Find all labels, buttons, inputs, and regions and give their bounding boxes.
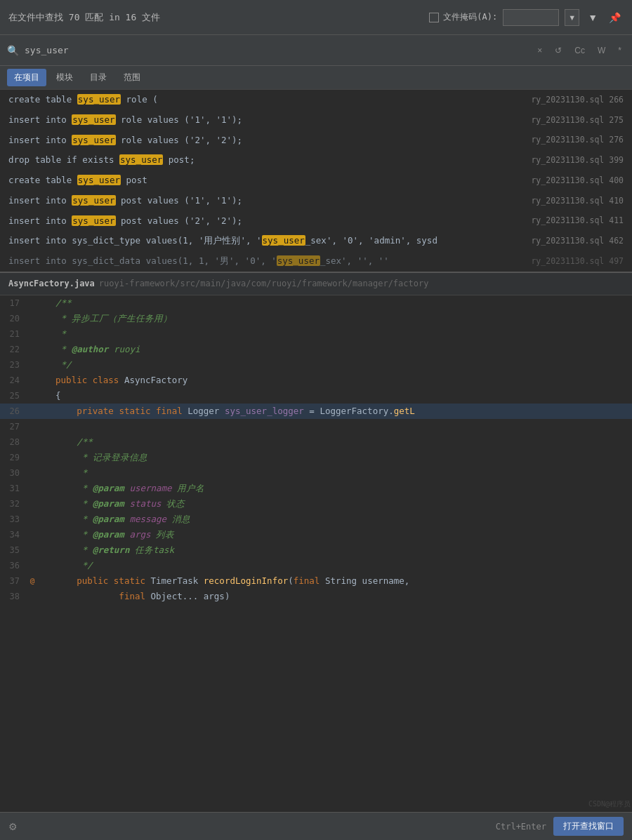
code-line: 33 * @param message 消息 bbox=[0, 512, 632, 527]
line-number: 32 bbox=[0, 496, 27, 512]
code-line: 29 * 记录登录信息 bbox=[0, 450, 632, 465]
line-content: * 记录登录信息 bbox=[38, 450, 632, 465]
file-mask-dropdown[interactable]: ▼ bbox=[565, 9, 579, 26]
result-file-info: ry_20231130.sql 497 bbox=[531, 255, 624, 267]
header-title: 在文件中查找 70 匹配 in 16 文件 bbox=[8, 11, 429, 24]
code-line: 17 /** bbox=[0, 295, 632, 311]
line-content: { bbox=[38, 388, 632, 404]
code-filepath: ruoyi-framework/src/main/java/com/ruoyi/… bbox=[99, 279, 429, 288]
scope-tab-在项目[interactable]: 在项目 bbox=[7, 69, 46, 86]
code-line: 35 * @return 任务task bbox=[0, 542, 632, 558]
pin-icon[interactable]: 📌 bbox=[606, 11, 624, 25]
result-file-info: ry_20231130.sql 411 bbox=[531, 215, 624, 227]
search-bar: 🔍 × ↺ Cc W * bbox=[0, 35, 632, 66]
scope-tab-模块[interactable]: 模块 bbox=[49, 69, 80, 86]
line-content: * @param message 消息 bbox=[38, 512, 632, 527]
result-row[interactable]: insert into sys_dict_type values(1, '用户性… bbox=[0, 231, 632, 251]
line-number: 33 bbox=[0, 512, 27, 527]
watermark: CSDN@程序员 bbox=[588, 799, 631, 809]
line-content: */ bbox=[38, 357, 632, 373]
result-row[interactable]: drop table if exists sys_user post;ry_20… bbox=[0, 150, 632, 171]
line-content: public static TimerTask recordLoginInfor… bbox=[38, 573, 632, 589]
code-area: 17 /**20 * 异步工厂（产生任务用）21 *22 * @author r… bbox=[0, 295, 632, 604]
line-content: * bbox=[38, 465, 632, 481]
result-file-info: ry_20231130.sql 400 bbox=[531, 175, 624, 187]
line-content: * @author ruoyi bbox=[38, 342, 632, 357]
case-sensitive-button[interactable]: Cc bbox=[571, 44, 588, 57]
line-marker: @ bbox=[27, 573, 38, 589]
line-number: 29 bbox=[0, 450, 27, 465]
code-line: 31 * @param username 用户名 bbox=[0, 481, 632, 496]
result-file-info: ry_20231130.sql 276 bbox=[531, 134, 624, 146]
file-mask-label: 文件掩码(A): bbox=[443, 11, 497, 23]
line-content: * @param args 列表 bbox=[38, 527, 632, 542]
line-number: 25 bbox=[0, 388, 27, 404]
line-number: 30 bbox=[0, 465, 27, 481]
line-number: 23 bbox=[0, 357, 27, 373]
code-line: 36 */ bbox=[0, 558, 632, 573]
line-number: 27 bbox=[0, 419, 27, 434]
result-file-info: ry_20231130.sql 275 bbox=[531, 114, 624, 126]
regex-button[interactable]: * bbox=[614, 44, 625, 57]
file-mask-input[interactable] bbox=[503, 9, 559, 26]
line-number: 24 bbox=[0, 373, 27, 388]
refresh-search-button[interactable]: ↺ bbox=[551, 44, 565, 57]
file-mask-checkbox[interactable] bbox=[429, 13, 439, 22]
settings-icon[interactable]: ⚙ bbox=[8, 821, 18, 832]
code-line: 22 * @author ruoyi bbox=[0, 342, 632, 357]
result-file-info: ry_20231130.sql 462 bbox=[531, 235, 624, 247]
file-header: AsyncFactory.java ruoyi-framework/src/ma… bbox=[0, 273, 632, 295]
code-line: 34 * @param args 列表 bbox=[0, 527, 632, 542]
line-number: 22 bbox=[0, 342, 27, 357]
open-find-window-button[interactable]: 打开查找窗口 bbox=[553, 817, 624, 836]
file-mask-area: 文件掩码(A): bbox=[429, 11, 497, 23]
whole-word-button[interactable]: W bbox=[594, 44, 609, 57]
code-line: 20 * 异步工厂（产生任务用） bbox=[0, 311, 632, 326]
line-number: 20 bbox=[0, 311, 27, 326]
code-line: 25 { bbox=[0, 388, 632, 404]
result-row[interactable]: insert into sys_user role values ('2', '… bbox=[0, 131, 632, 151]
code-line: 38 final Object... args) bbox=[0, 589, 632, 604]
search-input[interactable] bbox=[25, 45, 528, 55]
scope-tab-范围[interactable]: 范围 bbox=[117, 69, 147, 86]
code-line: 27 bbox=[0, 419, 632, 434]
header-controls: 文件掩码(A): ▼ ▼ 📌 bbox=[429, 9, 624, 26]
line-number: 34 bbox=[0, 527, 27, 542]
line-number: 36 bbox=[0, 558, 27, 573]
line-content: private static final Logger sys_user_log… bbox=[38, 404, 632, 419]
result-row[interactable]: create table sys_user postry_20231130.sq… bbox=[0, 171, 632, 191]
code-line: 37@ public static TimerTask recordLoginI… bbox=[0, 573, 632, 589]
shortcut-label: Ctrl+Enter bbox=[496, 822, 546, 832]
line-number: 28 bbox=[0, 434, 27, 450]
line-content: public class AsyncFactory bbox=[38, 373, 632, 388]
result-file-info: ry_20231130.sql 266 bbox=[531, 94, 624, 106]
filter-icon[interactable]: ▼ bbox=[585, 11, 600, 25]
line-number: 21 bbox=[0, 326, 27, 342]
results-list[interactable]: create table sys_user role (ry_20231130.… bbox=[0, 90, 632, 273]
line-content: * @return 任务task bbox=[38, 542, 632, 558]
result-row[interactable]: insert into sys_user post values ('1', '… bbox=[0, 191, 632, 211]
line-content: /** bbox=[38, 295, 632, 311]
result-file-info: ry_20231130.sql 410 bbox=[531, 195, 624, 207]
result-row[interactable]: insert into sys_user role values ('1', '… bbox=[0, 110, 632, 131]
scope-tab-目录[interactable]: 目录 bbox=[83, 69, 114, 86]
scope-tabs: 在项目模块目录范围 bbox=[0, 66, 632, 90]
line-content: /** bbox=[38, 434, 632, 450]
code-line: 32 * @param status 状态 bbox=[0, 496, 632, 512]
result-row[interactable]: insert into sys_dict_data values(1, 1, '… bbox=[0, 251, 632, 272]
line-content: final Object... args) bbox=[38, 589, 632, 604]
clear-search-button[interactable]: × bbox=[534, 44, 546, 57]
line-content: * @param status 状态 bbox=[38, 496, 632, 512]
line-number: 31 bbox=[0, 481, 27, 496]
result-row[interactable]: create table sys_user role (ry_20231130.… bbox=[0, 90, 632, 110]
code-line: 24 public class AsyncFactory bbox=[0, 373, 632, 388]
code-line: 28 /** bbox=[0, 434, 632, 450]
code-line: 23 */ bbox=[0, 357, 632, 373]
line-number: 35 bbox=[0, 542, 27, 558]
bottom-bar: ⚙ Ctrl+Enter 打开查找窗口 bbox=[0, 812, 632, 840]
line-content: * @param username 用户名 bbox=[38, 481, 632, 496]
code-line: 26 private static final Logger sys_user_… bbox=[0, 404, 632, 419]
search-header: 在文件中查找 70 匹配 in 16 文件 文件掩码(A): ▼ ▼ 📌 bbox=[0, 0, 632, 35]
result-row[interactable]: insert into sys_user post values ('2', '… bbox=[0, 211, 632, 232]
code-line: 30 * bbox=[0, 465, 632, 481]
